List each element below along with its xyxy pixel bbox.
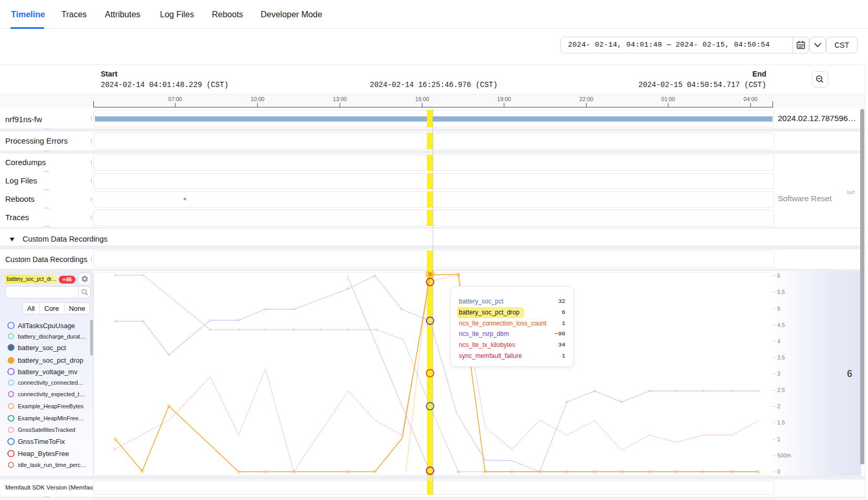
svg-text:GnssTimeToFix: GnssTimeToFix	[18, 438, 65, 445]
svg-text:500m: 500m	[777, 452, 791, 459]
svg-text:connectivity_expected_t…: connectivity_expected_t…	[18, 391, 85, 397]
svg-text:1: 1	[777, 436, 780, 442]
svg-text:Heap_BytesFree: Heap_BytesFree	[18, 450, 69, 458]
svg-text:3.5: 3.5	[777, 354, 785, 361]
svg-text:AllTasksCpuUsage: AllTasksCpuUsage	[18, 322, 75, 330]
svg-text:19:00: 19:00	[497, 96, 511, 102]
svg-text:16:00: 16:00	[415, 96, 429, 102]
svg-text:6: 6	[777, 273, 780, 279]
svg-text:connectivity_connected…: connectivity_connected…	[18, 379, 83, 386]
svg-text:Example_HeapMinFree…: Example_HeapMinFree…	[18, 415, 84, 421]
svg-text:battery_soc_pct_drop: battery_soc_pct_drop	[18, 356, 83, 364]
svg-text:22:00: 22:00	[580, 96, 593, 102]
svg-text:battery_discharge_durat…: battery_discharge_durat…	[18, 333, 86, 340]
svg-text:battery_soc_pct: battery_soc_pct	[18, 344, 66, 352]
svg-text:5.5: 5.5	[777, 289, 785, 295]
svg-text:13:00: 13:00	[333, 96, 347, 102]
svg-text:1.5: 1.5	[777, 419, 785, 426]
svg-text:07:00: 07:00	[168, 96, 182, 102]
svg-text:4: 4	[777, 338, 780, 344]
svg-text:0: 0	[777, 469, 780, 475]
svg-text:3: 3	[777, 371, 780, 377]
svg-text:5: 5	[777, 306, 780, 312]
svg-text:battery_voltage_mv: battery_voltage_mv	[18, 368, 78, 376]
svg-text:2: 2	[777, 403, 780, 409]
svg-text:Example_HeapFreeBytes: Example_HeapFreeBytes	[18, 403, 84, 409]
svg-text:4.5: 4.5	[777, 322, 785, 328]
svg-text:2.5: 2.5	[777, 387, 785, 393]
svg-text:6: 6	[847, 368, 852, 379]
svg-text:idle_task_run_time_perc…: idle_task_run_time_perc…	[18, 462, 87, 468]
svg-text:GnssSatellitesTracked: GnssSatellitesTracked	[18, 427, 76, 433]
svg-text:01:00: 01:00	[661, 96, 675, 102]
svg-text:10:00: 10:00	[251, 96, 264, 102]
svg-text:04:00: 04:00	[744, 96, 757, 102]
